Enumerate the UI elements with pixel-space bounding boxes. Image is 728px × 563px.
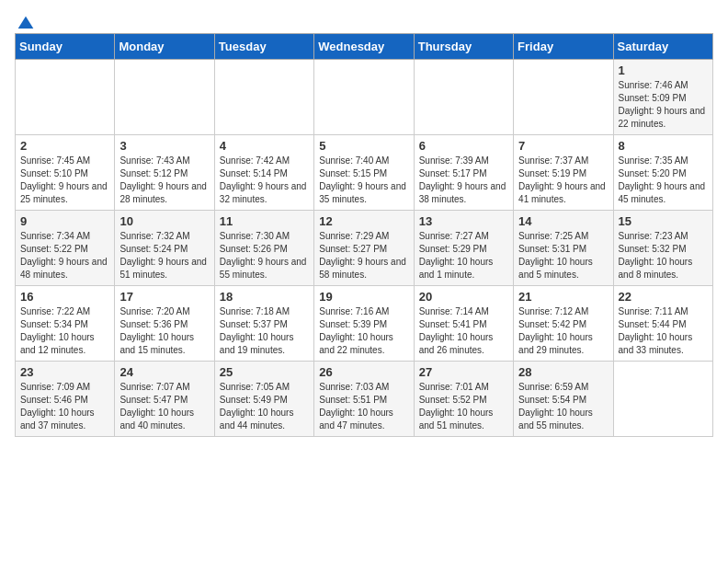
day-info: Sunrise: 6:59 AM Sunset: 5:54 PM Dayligh… xyxy=(518,381,608,432)
calendar-week-row: 16Sunrise: 7:22 AM Sunset: 5:34 PM Dayli… xyxy=(16,286,713,362)
day-info: Sunrise: 7:37 AM Sunset: 5:19 PM Dayligh… xyxy=(518,155,608,206)
page-header xyxy=(15,15,713,29)
calendar-cell: 13Sunrise: 7:27 AM Sunset: 5:29 PM Dayli… xyxy=(414,211,513,286)
logo-icon xyxy=(17,15,35,33)
day-info: Sunrise: 7:22 AM Sunset: 5:34 PM Dayligh… xyxy=(20,305,109,357)
calendar-cell: 21Sunrise: 7:12 AM Sunset: 5:42 PM Dayli… xyxy=(514,286,613,362)
day-number: 5 xyxy=(319,139,408,153)
weekday-header-thursday: Thursday xyxy=(414,34,513,60)
day-number: 13 xyxy=(419,214,508,228)
day-info: Sunrise: 7:14 AM Sunset: 5:41 PM Dayligh… xyxy=(419,305,508,357)
day-number: 7 xyxy=(518,139,608,153)
day-info: Sunrise: 7:09 AM Sunset: 5:46 PM Dayligh… xyxy=(20,381,109,432)
day-info: Sunrise: 7:27 AM Sunset: 5:29 PM Dayligh… xyxy=(419,230,508,282)
calendar-cell: 26Sunrise: 7:03 AM Sunset: 5:51 PM Dayli… xyxy=(314,362,414,437)
weekday-header-monday: Monday xyxy=(115,34,214,60)
day-number: 17 xyxy=(119,290,209,304)
day-info: Sunrise: 7:23 AM Sunset: 5:32 PM Dayligh… xyxy=(619,230,708,282)
calendar-cell xyxy=(514,60,613,135)
calendar-cell: 10Sunrise: 7:32 AM Sunset: 5:24 PM Dayli… xyxy=(115,211,214,286)
day-number: 22 xyxy=(619,290,708,304)
weekday-header-tuesday: Tuesday xyxy=(214,34,313,60)
calendar-cell: 25Sunrise: 7:05 AM Sunset: 5:49 PM Dayli… xyxy=(214,362,313,437)
svg-marker-0 xyxy=(18,17,34,29)
day-info: Sunrise: 7:18 AM Sunset: 5:37 PM Dayligh… xyxy=(220,305,309,357)
calendar-cell: 17Sunrise: 7:20 AM Sunset: 5:36 PM Dayli… xyxy=(115,286,214,362)
weekday-header-wednesday: Wednesday xyxy=(314,34,414,60)
day-info: Sunrise: 7:32 AM Sunset: 5:24 PM Dayligh… xyxy=(119,230,209,282)
day-info: Sunrise: 7:16 AM Sunset: 5:39 PM Dayligh… xyxy=(319,305,408,357)
day-info: Sunrise: 7:20 AM Sunset: 5:36 PM Dayligh… xyxy=(119,305,209,357)
calendar-cell: 9Sunrise: 7:34 AM Sunset: 5:22 PM Daylig… xyxy=(16,211,115,286)
day-info: Sunrise: 7:05 AM Sunset: 5:49 PM Dayligh… xyxy=(220,381,309,432)
day-info: Sunrise: 7:30 AM Sunset: 5:26 PM Dayligh… xyxy=(220,230,309,282)
day-info: Sunrise: 7:45 AM Sunset: 5:10 PM Dayligh… xyxy=(20,155,109,206)
day-info: Sunrise: 7:35 AM Sunset: 5:20 PM Dayligh… xyxy=(619,155,708,206)
day-number: 24 xyxy=(119,365,209,379)
calendar-cell: 15Sunrise: 7:23 AM Sunset: 5:32 PM Dayli… xyxy=(613,211,712,286)
calendar-header-row: SundayMondayTuesdayWednesdayThursdayFrid… xyxy=(16,34,713,60)
day-number: 14 xyxy=(518,214,608,228)
calendar-week-row: 23Sunrise: 7:09 AM Sunset: 5:46 PM Dayli… xyxy=(16,362,713,437)
day-info: Sunrise: 7:11 AM Sunset: 5:44 PM Dayligh… xyxy=(619,305,708,357)
calendar-cell: 6Sunrise: 7:39 AM Sunset: 5:17 PM Daylig… xyxy=(414,135,513,211)
calendar-week-row: 9Sunrise: 7:34 AM Sunset: 5:22 PM Daylig… xyxy=(16,211,713,286)
day-info: Sunrise: 7:03 AM Sunset: 5:51 PM Dayligh… xyxy=(319,381,408,432)
day-number: 25 xyxy=(220,365,309,379)
day-info: Sunrise: 7:01 AM Sunset: 5:52 PM Dayligh… xyxy=(419,381,508,432)
calendar-cell: 12Sunrise: 7:29 AM Sunset: 5:27 PM Dayli… xyxy=(314,211,414,286)
calendar-cell xyxy=(314,60,414,135)
calendar-cell: 22Sunrise: 7:11 AM Sunset: 5:44 PM Dayli… xyxy=(613,286,712,362)
calendar-cell: 1Sunrise: 7:46 AM Sunset: 5:09 PM Daylig… xyxy=(613,60,712,135)
day-info: Sunrise: 7:46 AM Sunset: 5:09 PM Dayligh… xyxy=(619,79,708,131)
calendar-cell xyxy=(16,60,115,135)
day-number: 21 xyxy=(518,290,608,304)
day-number: 27 xyxy=(419,365,508,379)
calendar-cell xyxy=(414,60,513,135)
day-info: Sunrise: 7:39 AM Sunset: 5:17 PM Dayligh… xyxy=(419,155,508,206)
weekday-header-saturday: Saturday xyxy=(613,34,712,60)
weekday-header-friday: Friday xyxy=(514,34,613,60)
calendar-week-row: 2Sunrise: 7:45 AM Sunset: 5:10 PM Daylig… xyxy=(16,135,713,211)
day-info: Sunrise: 7:12 AM Sunset: 5:42 PM Dayligh… xyxy=(518,305,608,357)
calendar-cell: 27Sunrise: 7:01 AM Sunset: 5:52 PM Dayli… xyxy=(414,362,513,437)
day-number: 4 xyxy=(220,139,309,153)
day-info: Sunrise: 7:34 AM Sunset: 5:22 PM Dayligh… xyxy=(20,230,109,282)
calendar-cell: 19Sunrise: 7:16 AM Sunset: 5:39 PM Dayli… xyxy=(314,286,414,362)
weekday-header-sunday: Sunday xyxy=(16,34,115,60)
calendar-cell: 24Sunrise: 7:07 AM Sunset: 5:47 PM Dayli… xyxy=(115,362,214,437)
calendar-cell: 14Sunrise: 7:25 AM Sunset: 5:31 PM Dayli… xyxy=(514,211,613,286)
day-number: 19 xyxy=(319,290,408,304)
day-info: Sunrise: 7:07 AM Sunset: 5:47 PM Dayligh… xyxy=(119,381,209,432)
calendar-cell: 18Sunrise: 7:18 AM Sunset: 5:37 PM Dayli… xyxy=(214,286,313,362)
calendar-cell: 20Sunrise: 7:14 AM Sunset: 5:41 PM Dayli… xyxy=(414,286,513,362)
calendar-cell xyxy=(214,60,313,135)
day-number: 2 xyxy=(20,139,109,153)
calendar-cell: 4Sunrise: 7:42 AM Sunset: 5:14 PM Daylig… xyxy=(214,135,313,211)
day-number: 16 xyxy=(20,290,109,304)
calendar-table: SundayMondayTuesdayWednesdayThursdayFrid… xyxy=(15,33,713,437)
calendar-cell: 3Sunrise: 7:43 AM Sunset: 5:12 PM Daylig… xyxy=(115,135,214,211)
day-number: 20 xyxy=(419,290,508,304)
day-number: 15 xyxy=(619,214,708,228)
day-number: 26 xyxy=(319,365,408,379)
calendar-cell: 28Sunrise: 6:59 AM Sunset: 5:54 PM Dayli… xyxy=(514,362,613,437)
day-number: 1 xyxy=(619,63,708,77)
day-number: 23 xyxy=(20,365,109,379)
day-number: 10 xyxy=(119,214,209,228)
calendar-body: 1Sunrise: 7:46 AM Sunset: 5:09 PM Daylig… xyxy=(16,60,713,437)
day-info: Sunrise: 7:29 AM Sunset: 5:27 PM Dayligh… xyxy=(319,230,408,282)
day-info: Sunrise: 7:25 AM Sunset: 5:31 PM Dayligh… xyxy=(518,230,608,282)
calendar-cell: 11Sunrise: 7:30 AM Sunset: 5:26 PM Dayli… xyxy=(214,211,313,286)
calendar-cell: 5Sunrise: 7:40 AM Sunset: 5:15 PM Daylig… xyxy=(314,135,414,211)
day-info: Sunrise: 7:42 AM Sunset: 5:14 PM Dayligh… xyxy=(220,155,309,206)
calendar-cell: 7Sunrise: 7:37 AM Sunset: 5:19 PM Daylig… xyxy=(514,135,613,211)
calendar-cell: 23Sunrise: 7:09 AM Sunset: 5:46 PM Dayli… xyxy=(16,362,115,437)
day-number: 12 xyxy=(319,214,408,228)
logo xyxy=(15,15,35,29)
day-info: Sunrise: 7:43 AM Sunset: 5:12 PM Dayligh… xyxy=(119,155,209,206)
calendar-cell xyxy=(613,362,712,437)
day-info: Sunrise: 7:40 AM Sunset: 5:15 PM Dayligh… xyxy=(319,155,408,206)
calendar-cell xyxy=(115,60,214,135)
day-number: 9 xyxy=(20,214,109,228)
